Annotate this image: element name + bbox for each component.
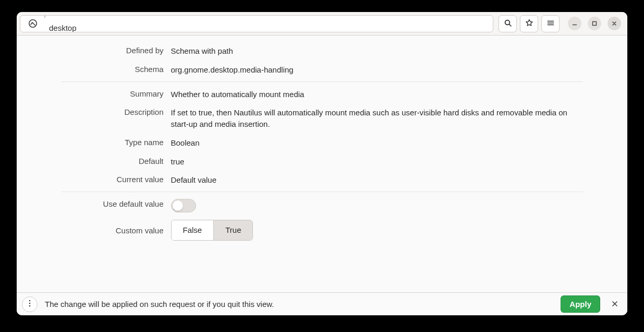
info-row: Schemaorg.gnome.desktop.media-handling [62,61,583,79]
app-window: /org/gnome/desktop/media-handling/automo… [17,12,627,315]
row-value: Schema with path [171,45,583,57]
actions-menu-button[interactable] [22,297,38,312]
menu-button[interactable] [541,15,560,32]
hamburger-icon [546,19,555,29]
window-controls [568,17,621,30]
custom-value-row: Custom value FalseTrue [62,216,583,244]
row-value: If set to true, then Nautilus will autom… [171,107,583,130]
dconf-logo-icon [28,19,38,28]
info-row: SummaryWhether to automatically mount me… [62,85,583,104]
svg-point-5 [29,300,31,302]
svg-rect-4 [593,22,597,26]
custom-value-false[interactable]: False [172,220,214,240]
use-default-row: Use default value [62,195,583,216]
row-label: Defined by [62,45,171,55]
settings-area: Defined bySchema with pathSchemaorg.gnom… [62,42,583,244]
info-row: DescriptionIf set to true, then Nautilus… [62,103,583,134]
close-button[interactable] [607,17,621,30]
header-bar: /org/gnome/desktop/media-handling/automo… [17,12,627,35]
info-row: Defined bySchema with path [62,42,583,61]
row-label: Use default value [62,199,171,208]
star-icon [525,19,533,29]
row-label: Default [62,156,171,165]
breadcrumb-separator: / [43,15,47,20]
main-content: Defined bySchema with pathSchemaorg.gnom… [17,35,627,292]
kebab-icon [29,300,31,309]
action-bar: The change will be applied on such reque… [17,292,627,315]
row-label: Type name [62,137,171,147]
close-icon [612,300,618,309]
bookmark-button[interactable] [520,15,538,32]
path-bar: /org/gnome/desktop/media-handling/automo… [20,15,493,32]
svg-point-7 [29,305,31,307]
row-label: Current value [62,174,171,184]
row-value: true [171,156,583,168]
switch-knob [173,200,183,211]
apply-button[interactable]: Apply [561,295,600,313]
use-default-switch[interactable] [171,199,196,212]
search-icon [504,19,512,29]
custom-value-segmented: FalseTrue [171,220,253,241]
section-divider [62,81,583,82]
search-button[interactable] [499,15,517,32]
row-label: Custom value [62,226,171,235]
info-row: Defaulttrue [62,152,583,171]
app-icon-button[interactable] [22,15,43,32]
svg-line-2 [509,24,511,26]
infobar-message: The change will be applied on such reque… [45,300,553,309]
info-row: Type nameBoolean [62,134,583,152]
maximize-button[interactable] [588,17,601,30]
svg-point-6 [29,303,31,304]
minimize-icon [572,20,578,27]
maximize-icon [591,20,598,27]
row-value: org.gnome.desktop.media-handling [171,64,583,76]
dismiss-infobar-button[interactable] [607,297,622,312]
row-label: Schema [62,64,171,74]
section-divider [62,192,583,192]
row-value: Boolean [171,137,583,149]
breadcrumb-desktop[interactable]: desktop [43,19,108,32]
row-label: Summary [62,89,171,98]
minimize-button[interactable] [568,17,581,30]
info-row: Current valueDefault value [62,171,583,189]
custom-value-true[interactable]: True [213,220,252,240]
row-value: Default value [171,174,583,186]
close-icon [611,20,617,27]
row-value: Whether to automatically mount media [171,89,583,100]
row-label: Description [62,107,171,116]
